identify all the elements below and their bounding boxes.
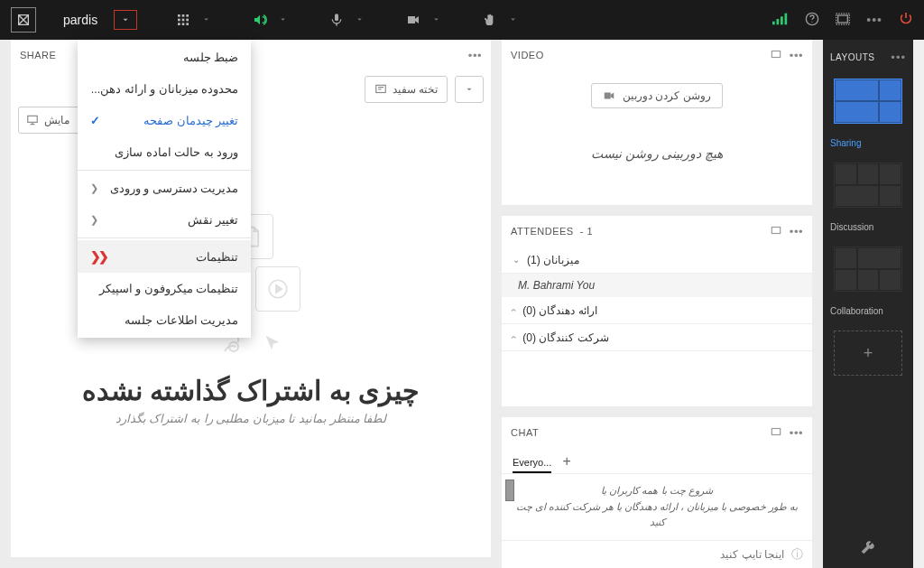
share-empty-subtitle: لطفا منتظر بمانید تا میزبان مطلبی را به …	[116, 412, 387, 425]
help-icon[interactable]	[805, 12, 819, 29]
speaker-chevron[interactable]	[275, 15, 291, 25]
svg-rect-9	[772, 21, 775, 24]
video-pod: VIDEO ••• روشن کردن دوربین هیچ دوربینی ر…	[502, 40, 812, 216]
chevron-right-icon: ›	[509, 309, 519, 312]
svg-rect-7	[182, 23, 185, 25]
speaker-icon[interactable]	[252, 12, 268, 28]
svg-rect-5	[186, 19, 189, 22]
share-screen-button[interactable]: مایش	[18, 107, 81, 134]
attendees-pod: ATTENDEES - 1 ••• میزبانان (1) ⌄ M. Bahr…	[502, 216, 812, 417]
topbar-right: •••	[772, 11, 913, 30]
room-dropdown-menu: ضبط جلسه محدوده میزبانان و ارائه دهن... …	[78, 40, 251, 338]
more-icon[interactable]: •••	[891, 51, 906, 64]
menu-prepare-mode[interactable]: ورود به حالت اماده سازی	[78, 136, 251, 168]
svg-rect-3	[178, 19, 180, 22]
room-menu-toggle[interactable]	[114, 10, 137, 30]
menu-host-area[interactable]: محدوده میزبانان و ارائه دهن...	[78, 73, 251, 105]
whiteboard-dropdown[interactable]	[455, 76, 484, 103]
more-icon[interactable]: •••	[866, 13, 882, 27]
menu-record[interactable]: ضبط جلسه	[78, 42, 251, 73]
attendees-pod-header: ATTENDEES - 1 •••	[502, 216, 812, 247]
power-icon[interactable]	[899, 11, 913, 30]
start-camera-button[interactable]: روشن کردن دوربین	[591, 83, 723, 108]
wrench-icon[interactable]	[861, 540, 875, 557]
svg-rect-0	[178, 14, 180, 17]
info-icon[interactable]: ⓘ	[791, 546, 803, 563]
share-pod: SHARE ••• مایش تخته سفید	[0, 40, 502, 568]
share-screen-label: مایش	[44, 114, 69, 126]
layouts-panel: LAYOUTS ••• Sharing Discussion Collabora…	[823, 40, 913, 568]
chevron-left-icon: ❮	[90, 182, 98, 194]
chat-pod: CHAT ••• Everyo... + شروع چت با همه کارب…	[502, 417, 812, 568]
menu-mic-speaker[interactable]: تنظیمات میکروفون و اسپیکر	[78, 273, 251, 304]
chat-title: CHAT	[511, 427, 762, 438]
svg-rect-23	[772, 227, 780, 233]
svg-rect-11	[781, 16, 783, 24]
more-icon[interactable]: •••	[790, 49, 803, 62]
layout-discussion[interactable]	[834, 163, 902, 208]
hand-icon[interactable]	[482, 12, 498, 28]
attendee-row[interactable]: M. Bahrami You	[502, 274, 812, 297]
maximize-icon[interactable]	[770, 48, 782, 63]
chat-tabs: Everyo... +	[502, 448, 812, 474]
camera-button-label: روشن کردن دوربین	[623, 89, 711, 102]
room-name: pardis	[63, 13, 97, 27]
chat-hint-1: شروع چت با همه کاربران یا	[511, 483, 803, 499]
signal-icon[interactable]	[772, 13, 789, 28]
presenters-label: ارائه دهندگان (0)	[522, 304, 596, 317]
top-bar: pardis	[0, 0, 924, 40]
chevron-left-icon: ❮	[90, 214, 98, 226]
svg-rect-6	[178, 23, 180, 25]
presenters-section[interactable]: ارائه دهندگان (0) ›	[502, 297, 812, 324]
svg-rect-17	[28, 116, 38, 122]
toolbar-hand-group	[482, 12, 521, 28]
svg-rect-8	[186, 23, 189, 25]
hand-chevron[interactable]	[505, 15, 521, 25]
add-chat-tab-icon[interactable]: +	[562, 453, 570, 473]
menu-role[interactable]: تغییر نقش❮	[78, 204, 251, 236]
chat-tab-everyone[interactable]: Everyo...	[513, 453, 551, 473]
play-icon	[255, 266, 300, 312]
camera-icon[interactable]	[405, 12, 421, 28]
camera-chevron[interactable]	[429, 15, 444, 25]
video-pod-header: VIDEO •••	[502, 40, 812, 70]
grid-chevron[interactable]	[199, 15, 214, 25]
svg-point-14	[812, 21, 813, 22]
menu-change-layout[interactable]: تغییر چیدمان صفحه	[78, 105, 251, 136]
mic-icon[interactable]	[328, 12, 345, 28]
chat-hint-2: به طور خصوصی با میزبانان ، ارائه دهندگان…	[511, 499, 803, 531]
mic-chevron[interactable]	[352, 15, 367, 25]
toolbar-camera-group	[405, 12, 444, 28]
menu-meeting-info[interactable]: مدیریت اطلاعات جلسه	[78, 304, 251, 336]
menu-access[interactable]: مدیریت دسترسی و ورودی❮	[78, 172, 251, 204]
attendees-title: ATTENDEES - 1	[511, 226, 762, 237]
more-icon[interactable]: •••	[468, 49, 482, 62]
svg-rect-15	[838, 15, 848, 23]
scrollbar-thumb[interactable]	[505, 480, 514, 501]
svg-rect-4	[182, 19, 185, 22]
whiteboard-button[interactable]: تخته سفید	[365, 76, 448, 103]
svg-rect-24	[772, 428, 780, 434]
more-icon[interactable]: •••	[790, 426, 803, 440]
more-icon[interactable]: •••	[790, 225, 803, 238]
menu-settings[interactable]: تنظیمات❮❮	[78, 240, 251, 273]
chat-input[interactable]	[511, 548, 784, 561]
toolbar-mic-group	[328, 12, 367, 28]
svg-rect-10	[777, 19, 780, 24]
maximize-icon[interactable]	[770, 224, 782, 239]
fullscreen-icon[interactable]	[836, 12, 850, 29]
video-title: VIDEO	[511, 50, 762, 61]
participants-section[interactable]: شرکت کنندگان (0) ›	[502, 324, 812, 351]
app-logo	[11, 7, 36, 33]
participants-label: شرکت کنندگان (0)	[522, 331, 608, 344]
layout-collaboration[interactable]	[834, 247, 902, 292]
layout-discussion-label: Discussion	[830, 222, 906, 232]
chevron-down-icon: ⌄	[513, 255, 520, 265]
chevron-right-icon: ›	[509, 336, 519, 339]
layout-sharing[interactable]	[834, 79, 902, 124]
hosts-section[interactable]: میزبانان (1) ⌄	[502, 247, 812, 274]
right-column: VIDEO ••• روشن کردن دوربین هیچ دوربینی ر…	[502, 40, 823, 568]
maximize-icon[interactable]	[770, 425, 782, 441]
add-layout-button[interactable]: +	[834, 331, 902, 376]
grid-icon[interactable]	[175, 12, 191, 28]
